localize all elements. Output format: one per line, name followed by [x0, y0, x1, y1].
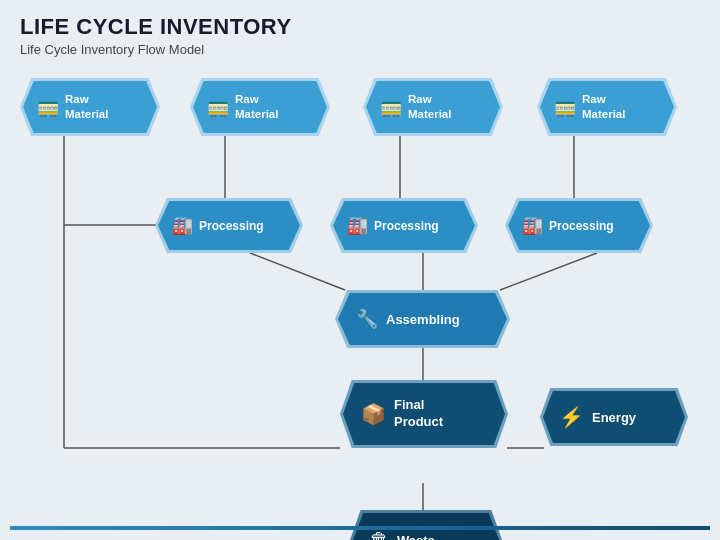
- raw-material-4-label: RawMaterial: [582, 92, 625, 122]
- page-subtitle: Life Cycle Inventory Flow Model: [20, 42, 700, 57]
- raw-material-2-label: RawMaterial: [235, 92, 278, 122]
- raw-material-1: 🚃 RawMaterial: [20, 78, 160, 136]
- energy-node: ⚡ Energy: [540, 388, 688, 446]
- diagram-area: 🚃 RawMaterial 🚃 RawMaterial 🚃 RawMateria…: [10, 70, 710, 530]
- raw-material-3: 🚃 RawMaterial: [363, 78, 503, 136]
- raw-material-4-icon: 🚃: [554, 96, 576, 118]
- energy-icon: ⚡: [559, 405, 584, 429]
- raw-material-3-label: RawMaterial: [408, 92, 451, 122]
- final-product-label: FinalProduct: [394, 397, 443, 431]
- processing-3-icon: 🏭: [522, 215, 543, 236]
- waste-label: Waste: [397, 533, 435, 541]
- svg-line-5: [250, 253, 345, 290]
- raw-material-3-icon: 🚃: [380, 96, 402, 118]
- assembling-label: Assembling: [386, 312, 460, 327]
- svg-line-7: [500, 253, 597, 290]
- bottom-bar: [10, 526, 710, 530]
- waste-node: 🗑 Waste: [350, 510, 502, 540]
- page-header: LIFE CYCLE INVENTORY Life Cycle Inventor…: [0, 0, 720, 61]
- assembling-node: 🔧 Assembling: [335, 290, 510, 348]
- raw-material-1-icon: 🚃: [37, 96, 59, 118]
- raw-material-1-label: RawMaterial: [65, 92, 108, 122]
- raw-material-2: 🚃 RawMaterial: [190, 78, 330, 136]
- processing-1: 🏭 Processing: [155, 198, 303, 253]
- processing-2-label: Processing: [374, 219, 439, 233]
- page-title: LIFE CYCLE INVENTORY: [20, 14, 700, 40]
- processing-1-label: Processing: [199, 219, 264, 233]
- raw-material-4: 🚃 RawMaterial: [537, 78, 677, 136]
- processing-2: 🏭 Processing: [330, 198, 478, 253]
- processing-2-icon: 🏭: [347, 215, 368, 236]
- processing-1-icon: 🏭: [172, 215, 193, 236]
- processing-3: 🏭 Processing: [505, 198, 653, 253]
- final-product-node: 📦 FinalProduct: [340, 380, 508, 448]
- raw-material-2-icon: 🚃: [207, 96, 229, 118]
- assembling-icon: 🔧: [356, 308, 378, 330]
- waste-icon: 🗑: [369, 529, 389, 541]
- processing-3-label: Processing: [549, 219, 614, 233]
- energy-label: Energy: [592, 410, 636, 425]
- final-product-icon: 📦: [361, 402, 386, 426]
